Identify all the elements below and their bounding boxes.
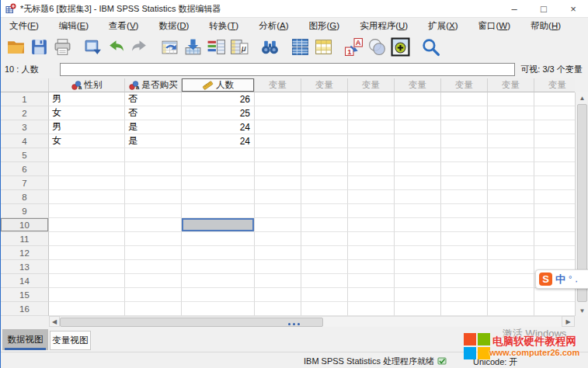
column-header-placeholder[interactable]: 变量	[301, 78, 348, 92]
data-cell-empty[interactable]	[488, 218, 534, 232]
data-cell-empty[interactable]	[255, 260, 301, 274]
data-cell-empty[interactable]	[301, 162, 348, 176]
data-cell[interactable]: 女	[49, 106, 125, 120]
data-cell-empty[interactable]	[301, 218, 348, 232]
data-cell-empty[interactable]	[441, 148, 488, 162]
data-cell[interactable]: 女	[49, 134, 125, 148]
data-cell-empty[interactable]	[534, 190, 575, 204]
find-icon[interactable]	[258, 36, 281, 59]
data-cell[interactable]	[49, 274, 125, 288]
data-cell-empty[interactable]	[255, 274, 301, 288]
data-cell-empty[interactable]	[301, 204, 348, 218]
row-header-2[interactable]: 2	[1, 106, 49, 120]
ime-toolbar[interactable]: S 中 °，	[535, 269, 588, 289]
save-icon[interactable]	[27, 36, 50, 59]
data-cell[interactable]	[125, 274, 182, 288]
data-cell-empty[interactable]	[395, 246, 441, 260]
data-cell[interactable]	[125, 232, 182, 246]
data-cell[interactable]	[125, 162, 182, 176]
data-cell-empty[interactable]	[488, 260, 534, 274]
data-cell-empty[interactable]	[301, 120, 348, 134]
data-cell-empty[interactable]	[395, 204, 441, 218]
data-cell-empty[interactable]	[488, 190, 534, 204]
data-cell-empty[interactable]	[395, 106, 441, 120]
data-cell[interactable]	[125, 148, 182, 162]
data-cell[interactable]	[182, 260, 255, 274]
menu-item-f[interactable]: 文件(F)	[2, 18, 46, 33]
close-button[interactable]: ×	[558, 0, 588, 17]
data-cell-empty[interactable]	[395, 232, 441, 246]
goto-case-icon[interactable]	[158, 36, 181, 59]
data-cell-empty[interactable]	[348, 232, 395, 246]
data-cell[interactable]	[182, 176, 255, 190]
data-cell-empty[interactable]	[441, 92, 488, 106]
data-cell-empty[interactable]	[441, 260, 488, 274]
data-cell[interactable]	[125, 246, 182, 260]
data-cell[interactable]	[49, 176, 125, 190]
open-file-icon[interactable]	[4, 36, 27, 59]
data-cell[interactable]	[125, 218, 182, 232]
data-cell-empty[interactable]	[395, 120, 441, 134]
data-cell-empty[interactable]	[395, 134, 441, 148]
redo-icon[interactable]	[127, 36, 151, 59]
data-cell-empty[interactable]	[441, 204, 488, 218]
data-cell-empty[interactable]	[534, 148, 575, 162]
data-cell-empty[interactable]	[301, 148, 348, 162]
data-cell[interactable]: 是	[125, 120, 182, 134]
data-cell[interactable]	[49, 190, 125, 204]
row-header-15[interactable]: 15	[1, 288, 49, 302]
select-cases-icon[interactable]	[365, 36, 388, 59]
data-cell-empty[interactable]	[348, 204, 395, 218]
variable-info-icon[interactable]: μ	[228, 36, 251, 59]
data-cell[interactable]: 否	[125, 106, 182, 120]
row-header-1[interactable]: 1	[1, 92, 49, 106]
data-cell-empty[interactable]	[301, 106, 348, 120]
data-cell-empty[interactable]	[348, 92, 395, 106]
menu-item-t[interactable]: 转换(T)	[202, 18, 245, 33]
data-cell[interactable]	[182, 190, 255, 204]
data-cell[interactable]	[49, 232, 125, 246]
data-cell[interactable]	[49, 288, 125, 302]
data-cell-empty[interactable]	[534, 134, 575, 148]
data-cell-empty[interactable]	[441, 302, 488, 316]
data-cell[interactable]	[182, 148, 255, 162]
row-header-6[interactable]: 6	[1, 162, 49, 176]
data-cell-empty[interactable]	[255, 120, 301, 134]
split-file-icon[interactable]	[288, 36, 311, 59]
data-cell[interactable]	[182, 288, 255, 302]
data-cell-empty[interactable]	[348, 106, 395, 120]
data-cell-empty[interactable]	[348, 134, 395, 148]
column-header-人数[interactable]: 人数	[182, 78, 255, 92]
data-cell-empty[interactable]	[395, 274, 441, 288]
data-cell-empty[interactable]	[348, 190, 395, 204]
data-cell-empty[interactable]	[534, 232, 575, 246]
data-cell-empty[interactable]	[488, 302, 534, 316]
data-cell[interactable]	[125, 302, 182, 316]
data-cell[interactable]: 25	[182, 106, 255, 120]
data-cell-empty[interactable]	[488, 106, 534, 120]
data-cell[interactable]	[49, 260, 125, 274]
row-header-10[interactable]: 10	[1, 218, 49, 232]
data-cell-empty[interactable]	[301, 246, 348, 260]
data-cell[interactable]	[182, 204, 255, 218]
data-cell[interactable]	[49, 246, 125, 260]
data-cell-empty[interactable]	[348, 274, 395, 288]
row-header-16[interactable]: 16	[1, 302, 49, 316]
data-cell[interactable]	[49, 218, 125, 232]
weight-cases-icon[interactable]	[311, 36, 335, 59]
row-header-3[interactable]: 3	[1, 120, 49, 134]
data-cell-empty[interactable]	[348, 302, 395, 316]
menu-item-a[interactable]: 分析(A)	[252, 18, 295, 33]
custom-dialogs-icon[interactable]	[388, 36, 412, 59]
value-labels-icon[interactable]: A1	[342, 36, 365, 59]
data-cell-empty[interactable]	[441, 274, 488, 288]
data-cell-empty[interactable]	[441, 190, 488, 204]
data-cell[interactable]	[125, 190, 182, 204]
data-cell-empty[interactable]	[255, 92, 301, 106]
data-cell[interactable]	[125, 260, 182, 274]
menu-item-h[interactable]: 帮助(H)	[524, 18, 568, 33]
data-cell-empty[interactable]	[534, 218, 575, 232]
data-cell-empty[interactable]	[441, 162, 488, 176]
data-cell-empty[interactable]	[395, 288, 441, 302]
data-cell-empty[interactable]	[534, 288, 575, 302]
